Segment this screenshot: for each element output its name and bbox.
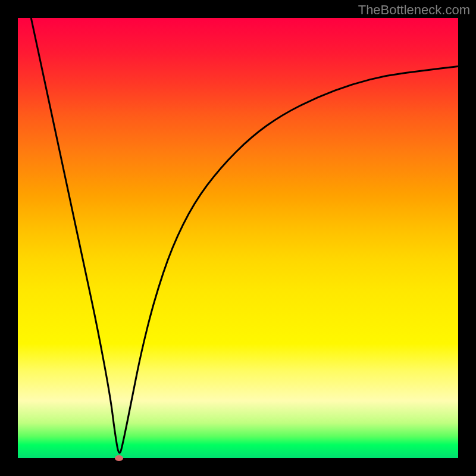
chart-frame — [0, 0, 476, 476]
watermark-text: TheBottleneck.com — [358, 2, 470, 18]
